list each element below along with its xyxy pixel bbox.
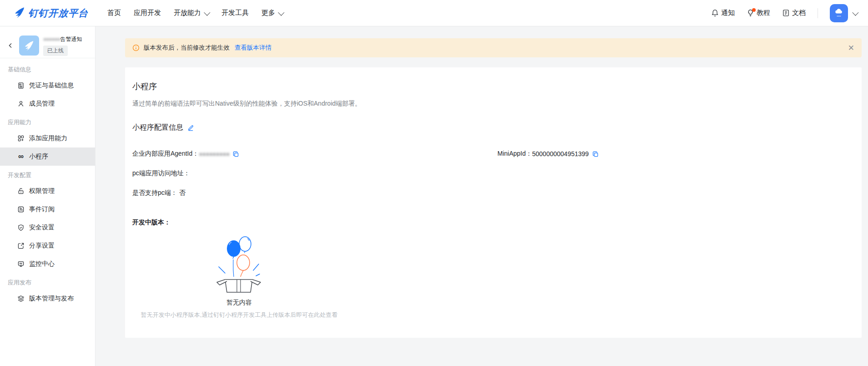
dev-version-label: 开发中版本： xyxy=(132,219,851,227)
unread-dot xyxy=(752,8,756,12)
layers-icon xyxy=(17,295,25,302)
header-divider xyxy=(818,8,818,18)
version-notice-banner: 版本发布后，当前修改才能生效 查看版本详情 ✕ xyxy=(125,38,862,57)
section-app-release: 应用发布 xyxy=(0,279,95,290)
shield-icon xyxy=(17,224,25,231)
info-circle-icon xyxy=(132,44,140,51)
sidebar-item-members[interactable]: 成员管理 xyxy=(0,95,95,113)
sidebar-item-add-capability[interactable]: 添加应用能力 xyxy=(0,129,95,147)
config-section-title: 小程序配置信息 xyxy=(132,123,183,132)
pc-url-row: pc端应用访问地址： xyxy=(132,169,851,178)
main-nav: 首页 应用开发 开放能力 开发工具 更多 xyxy=(101,0,289,26)
notification-label: 通知 xyxy=(721,9,735,17)
agent-id-row: 企业内部应用AgentId： ●●●●●●●●● xyxy=(132,150,497,158)
pc-support-label: 是否支持pc端： xyxy=(132,189,177,196)
brand-logo[interactable]: 钉钉开放平台 xyxy=(14,6,88,20)
pc-url-label: pc端应用访问地址： xyxy=(132,169,190,177)
empty-title: 暂无内容 xyxy=(132,299,346,307)
account-menu[interactable]: ▪▪▪▪▪ xyxy=(830,4,857,22)
app-logo xyxy=(19,36,39,56)
brand-title: 钉钉开放平台 xyxy=(28,7,88,20)
monitor-icon xyxy=(17,260,25,268)
section-app-capability: 应用能力 xyxy=(0,118,95,129)
credential-icon xyxy=(17,82,25,89)
sidebar-item-permissions[interactable]: 权限管理 xyxy=(0,182,95,200)
share-icon xyxy=(17,242,25,249)
empty-caption: 暂无开发中小程序版本,通过钉钉小程序开发工具上传版本后即可在此处查看 xyxy=(132,311,346,319)
top-navbar: 钉钉开放平台 首页 应用开发 开放能力 开发工具 更多 通知 xyxy=(0,0,868,26)
chevron-down-icon xyxy=(852,9,858,15)
sidebar-item-monitor-center[interactable]: 监控中心 xyxy=(0,255,95,273)
nav-more[interactable]: 更多 xyxy=(255,0,289,26)
nav-open-capability[interactable]: 开放能力 xyxy=(167,0,215,26)
empty-state: 暂无内容 暂无开发中小程序版本,通过钉钉小程序开发工具上传版本后即可在此处查看 xyxy=(132,234,346,319)
sidebar-item-version-release[interactable]: 版本管理与发布 xyxy=(0,290,95,308)
page-title: 小程序 xyxy=(132,81,851,92)
banner-message: 版本发布后，当前修改才能生效 xyxy=(144,44,230,52)
close-icon[interactable]: ✕ xyxy=(848,44,854,52)
org-name-micro: ▪▪▪▪▪ xyxy=(837,15,841,17)
copy-icon[interactable] xyxy=(592,151,599,158)
sidebar-item-miniapp[interactable]: ∞ 小程序 xyxy=(0,147,95,166)
nav-home[interactable]: 首页 xyxy=(101,0,127,26)
agent-id-value: ●●●●●●●●● xyxy=(199,150,229,158)
pc-support-row: 是否支持pc端： 否 xyxy=(132,189,851,197)
miniapp-infinity-icon: ∞ xyxy=(17,153,25,160)
docs-label: 文档 xyxy=(792,9,806,17)
sidebar-item-security[interactable]: 安全设置 xyxy=(0,219,95,237)
add-capability-icon xyxy=(17,135,25,142)
docs-button[interactable]: 文档 xyxy=(782,9,806,17)
bulb-icon xyxy=(747,9,754,17)
open-box-balloons-illustration xyxy=(205,234,273,294)
org-avatar: ▪▪▪▪▪ xyxy=(830,4,848,22)
org-cloud-icon xyxy=(835,9,843,14)
chevron-left-icon xyxy=(8,43,13,48)
dingtalk-wing-icon xyxy=(24,40,35,51)
view-version-details-link[interactable]: 查看版本详情 xyxy=(235,44,271,52)
sidebar: ●●●●●●告警通知 已上线 基础信息 凭证与基础信息 成员管理 xyxy=(0,26,95,366)
app-header: ●●●●●●告警通知 已上线 xyxy=(0,26,95,58)
tutorial-label: 教程 xyxy=(757,9,770,17)
section-dev-config: 开发配置 xyxy=(0,171,95,182)
sidebar-item-share-settings[interactable]: 分享设置 xyxy=(0,237,95,255)
nav-dev-tools[interactable]: 开发工具 xyxy=(215,0,255,26)
sidebar-item-credentials[interactable]: 凭证与基础信息 xyxy=(0,76,95,95)
sidebar-item-event-subscription[interactable]: 事件订阅 xyxy=(0,200,95,219)
dingtalk-wing-icon xyxy=(14,6,25,20)
sidebar-menu: 基础信息 凭证与基础信息 成员管理 应用能力 xyxy=(0,58,95,308)
rss-icon xyxy=(17,206,25,213)
member-icon xyxy=(17,100,25,107)
miniapp-panel: 小程序 通过简单的前端语法即可写出Native级别的性能体验，支持iOS和And… xyxy=(125,67,862,338)
status-badge: 已上线 xyxy=(43,46,68,56)
main-area: 版本发布后，当前修改才能生效 查看版本详情 ✕ 小程序 通过简单的前端语法即可写… xyxy=(95,26,868,366)
header-actions: 通知 教程 文档 xyxy=(711,4,857,22)
doc-icon xyxy=(782,9,790,17)
bell-icon xyxy=(711,9,719,17)
pc-support-value: 否 xyxy=(179,189,186,196)
miniapp-id-value: 5000000004951399 xyxy=(532,150,589,158)
miniapp-id-label: MiniAppId： xyxy=(497,150,532,158)
nav-app-dev[interactable]: 应用开发 xyxy=(127,0,167,26)
chevron-down-icon xyxy=(204,9,210,15)
agent-id-label: 企业内部应用AgentId： xyxy=(132,150,199,158)
back-button[interactable] xyxy=(5,36,15,56)
edit-icon[interactable] xyxy=(187,124,194,131)
page-description: 通过简单的前端语法即可写出Native级别的性能体验，支持iOS和Android… xyxy=(132,100,851,108)
tutorial-button[interactable]: 教程 xyxy=(747,9,770,17)
section-basic-info: 基础信息 xyxy=(0,66,95,76)
copy-icon[interactable] xyxy=(232,151,239,158)
app-name: ●●●●●●告警通知 xyxy=(43,36,82,43)
miniapp-id-row: MiniAppId： 5000000004951399 xyxy=(497,150,599,158)
lock-icon xyxy=(17,188,25,195)
notification-button[interactable]: 通知 xyxy=(711,9,735,17)
chevron-down-icon xyxy=(278,9,284,15)
